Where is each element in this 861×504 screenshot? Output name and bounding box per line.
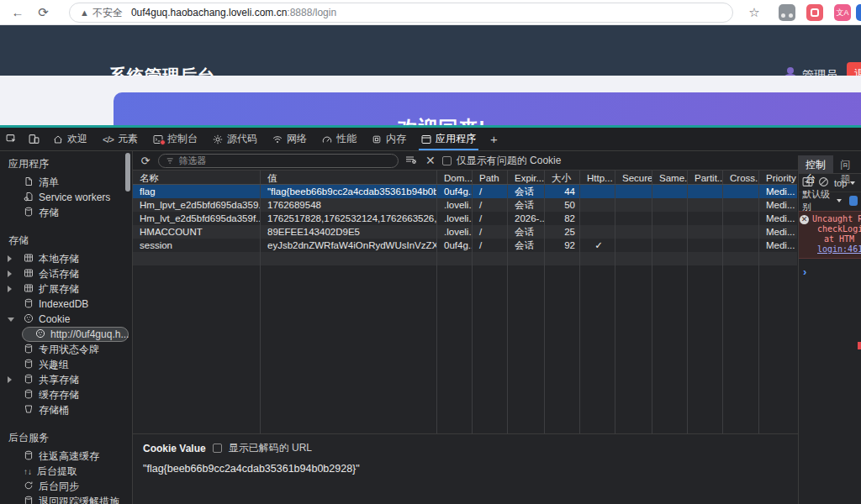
empty-row: [133, 252, 797, 265]
sidebar-item-service-workers[interactable]: Service workers: [0, 190, 132, 205]
drawer-filter-row: 默认级别: [799, 192, 861, 209]
table-icon: [24, 283, 34, 296]
console-error-badge: [160, 139, 166, 145]
sidebar-item-extension-storage[interactable]: 扩展存储: [0, 281, 132, 297]
extension-icon-blue[interactable]: [856, 4, 861, 21]
tab-elements[interactable]: </> 元素: [95, 128, 145, 150]
database-icon: [24, 359, 34, 371]
database-icon: [24, 450, 34, 463]
cookie-table-header: 名称 值 Dom... Path Expir... 大小 Http... Sec…: [133, 171, 797, 185]
sidebar-item-back-forward-cache[interactable]: 往返高速缓存: [0, 449, 132, 464]
show-decoded-checkbox[interactable]: [213, 444, 222, 453]
chevron-right-icon[interactable]: [8, 376, 12, 383]
devtools-tabbar: 欢迎 </> 元素 控制台 源代码 网络 性能: [0, 128, 861, 151]
col-crosssite[interactable]: Cross...: [723, 171, 759, 184]
page-content: 欢迎回来!: [0, 76, 861, 128]
col-path[interactable]: Path: [473, 171, 508, 184]
col-domain[interactable]: Dom...: [437, 171, 473, 184]
sidebar-item-private-state-tokens[interactable]: 专用状态令牌: [0, 342, 132, 357]
error-collapse-icon[interactable]: ✕: [800, 215, 809, 224]
col-priority[interactable]: Priority: [759, 171, 797, 184]
sidebar-item-interest-groups[interactable]: 兴趣组: [0, 357, 132, 372]
log-level-label[interactable]: 默认级别: [802, 188, 834, 213]
sidebar-item-shared-storage[interactable]: 共享存储: [0, 372, 132, 387]
tab-memory[interactable]: 内存: [364, 128, 414, 150]
delete-all-icon[interactable]: ✕: [424, 154, 437, 167]
tab-application[interactable]: 应用程序: [414, 128, 483, 150]
extension-icon-gray[interactable]: [779, 4, 795, 21]
cookie-row-flag[interactable]: flag "flag{beeb66b9cc2a4cdab35361b94b0b.…: [133, 185, 797, 198]
address-bar[interactable]: ▲ 不安全 0uf4guq.haobachang.loveli.com.cn:8…: [69, 3, 733, 23]
extension-icon-red[interactable]: [806, 4, 823, 21]
more-tabs-icon[interactable]: +: [483, 128, 504, 150]
tab-sources[interactable]: 源代码: [205, 128, 265, 150]
tab-console[interactable]: 控制台: [145, 128, 205, 150]
tab-performance[interactable]: 性能: [314, 128, 364, 150]
cookie-filter-input[interactable]: [178, 155, 391, 165]
refresh-cookies-icon[interactable]: ⟳: [138, 155, 153, 167]
console-prompt-icon[interactable]: ›: [799, 259, 861, 278]
col-samesite[interactable]: Same...: [652, 171, 688, 184]
sidebar-scrollbar[interactable]: [125, 153, 130, 192]
back-icon[interactable]: ←: [7, 0, 29, 25]
sidebar-item-cache-storage[interactable]: 缓存存储: [0, 387, 132, 402]
warning-icon: ▲: [80, 8, 89, 18]
inspect-element-icon[interactable]: [0, 128, 23, 150]
col-value[interactable]: 值: [261, 171, 437, 184]
database-icon: [24, 207, 34, 219]
section-background-services: 后台服务: [0, 425, 132, 449]
tab-network[interactable]: 网络: [265, 128, 314, 150]
chevron-right-icon[interactable]: [8, 270, 12, 277]
sidebar-item-indexeddb[interactable]: IndexedDB: [0, 297, 132, 312]
col-httponly[interactable]: Http...: [580, 171, 615, 184]
sidebar-item-cookie[interactable]: Cookie: [0, 312, 132, 327]
drawer-tab-console[interactable]: 控制台: [799, 155, 833, 173]
service-worker-icon: [24, 192, 34, 204]
bucket-icon: [24, 404, 34, 417]
error-source-link[interactable]: login:461:: [817, 244, 861, 254]
table-grid-area: [133, 265, 797, 433]
device-toolbar-icon[interactable]: [23, 128, 45, 150]
filter-badge-icon[interactable]: [849, 196, 858, 206]
col-expires[interactable]: Expir...: [508, 171, 545, 184]
file-icon: [24, 176, 34, 189]
section-storage: 存储: [0, 228, 132, 251]
col-secure[interactable]: Secure: [615, 171, 652, 184]
sidebar-item-background-sync[interactable]: 后台同步: [0, 479, 132, 494]
filter-funnel-icon: [166, 156, 174, 165]
sidebar-item-storage-buckets[interactable]: 存储桶: [0, 402, 132, 417]
extension-icon-translate[interactable]: 文A: [834, 4, 851, 21]
bookmark-star-icon[interactable]: ☆: [743, 0, 765, 25]
tab-welcome[interactable]: 欢迎: [45, 128, 95, 150]
sidebar-item-session-storage[interactable]: 会话存储: [0, 266, 132, 281]
sidebar-item-storage[interactable]: 存储: [0, 205, 132, 220]
col-name[interactable]: 名称: [133, 171, 261, 184]
refresh-icon[interactable]: ⟳: [32, 0, 54, 25]
application-window-icon: [421, 134, 431, 144]
clear-filter-icon[interactable]: [404, 155, 419, 167]
drawer-tab-issues[interactable]: 问题: [833, 155, 861, 173]
col-partition[interactable]: Partit...: [688, 171, 723, 184]
sidebar-item-local-storage[interactable]: 本地存储: [0, 251, 132, 266]
cookie-icon: [24, 313, 34, 326]
console-drawer: 控制台 问题 top 默认级别 ✕ Uncaught R checkLogin …: [798, 155, 861, 504]
console-error-message[interactable]: ✕ Uncaught R checkLogin at HTM login:461…: [799, 211, 861, 259]
cookie-row-hm-lpvt[interactable]: Hm_lpvt_e2d5bfd695da359... 1762689548 .l…: [133, 198, 797, 212]
only-issues-checkbox[interactable]: [442, 156, 452, 165]
chevron-down-icon[interactable]: [8, 318, 14, 322]
cookie-filter[interactable]: [158, 154, 399, 168]
sidebar-item-manifest[interactable]: 清单: [0, 175, 132, 190]
cookie-row-session[interactable]: session eyJsb2dnZWRfaW4iOnRydWUsInVzZXJu…: [133, 239, 797, 252]
show-decoded-label: 显示已解码的 URL: [229, 441, 312, 455]
chevron-right-icon[interactable]: [8, 255, 12, 262]
cookie-row-hm-lvt[interactable]: Hm_lvt_e2d5bfd695da359f... 1762517828,17…: [133, 212, 797, 225]
col-size[interactable]: 大小: [545, 171, 580, 184]
cookie-row-hmaccount[interactable]: HMACCOUNT 89EFEE143402D9E5 .loveli... / …: [133, 225, 797, 239]
chevron-right-icon[interactable]: [8, 286, 12, 292]
sidebar-item-cookie-origin[interactable]: http://0uf4guq.h...: [0, 327, 132, 342]
context-selector[interactable]: top: [834, 178, 855, 188]
cookie-icon: [35, 328, 45, 341]
sidebar-item-bounce-tracking[interactable]: 退回跟踪缓解措施: [0, 494, 132, 504]
database-icon: [24, 496, 34, 504]
sidebar-item-background-fetch[interactable]: ↑↓ 后台提取: [0, 464, 132, 479]
